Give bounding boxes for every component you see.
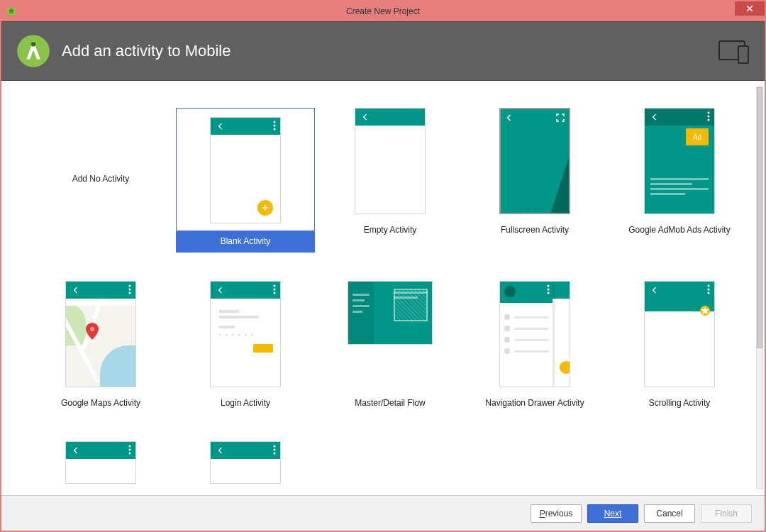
svg-point-6	[274, 125, 276, 127]
template-label: Add No Activity	[72, 174, 130, 184]
page-title: Add an activity to Mobile	[62, 42, 231, 60]
template-login-activity[interactable]: • • • • • • Login Activity	[176, 281, 315, 413]
back-arrow-icon	[216, 286, 225, 294]
template-master-detail-flow[interactable]: Master/Detail Flow	[321, 281, 460, 413]
svg-point-12	[129, 289, 131, 291]
form-factor-icon	[718, 39, 751, 65]
svg-point-26	[129, 453, 131, 455]
svg-point-16	[274, 289, 276, 291]
svg-point-24	[129, 445, 131, 448]
template-blank-activity[interactable]: Blank Activity	[176, 108, 315, 253]
template-thumbnail	[355, 108, 426, 214]
template-admob-activity[interactable]: Ad Google AdMob Ads Activity	[610, 108, 749, 253]
template-thumbnail	[210, 441, 281, 484]
fullscreen-icon	[556, 113, 565, 122]
svg-point-2	[31, 42, 36, 47]
template-scrolling-activity[interactable]: Scrolling Activity	[610, 281, 749, 413]
content-area: Add No Activity	[1, 81, 765, 495]
template-empty-activity[interactable]: Empty Activity	[321, 108, 460, 253]
close-icon	[746, 5, 753, 12]
template-thumbnail	[644, 281, 715, 387]
activity-grid-scroll: Add No Activity	[1, 81, 755, 495]
template-label: Login Activity	[176, 393, 315, 413]
template-fullscreen-activity[interactable]: Fullscreen Activity	[465, 108, 604, 253]
svg-point-17	[274, 292, 276, 294]
ad-badge: Ad	[686, 128, 709, 145]
back-arrow-icon	[72, 446, 80, 455]
svg-point-14	[90, 327, 94, 331]
overflow-menu-icon	[273, 121, 276, 131]
vertical-scrollbar[interactable]	[756, 87, 763, 489]
fab-icon	[257, 200, 273, 216]
template-thumbnail	[65, 441, 136, 484]
app-icon	[6, 6, 17, 17]
window-title: Create New Project	[346, 6, 420, 16]
wizard-window: Create New Project Add an activity to Mo…	[0, 0, 766, 532]
svg-point-15	[274, 285, 276, 287]
overflow-menu-icon	[128, 445, 131, 455]
template-partial-2[interactable]	[176, 441, 315, 484]
template-label: Scrolling Activity	[610, 393, 749, 413]
svg-point-5	[274, 121, 276, 123]
close-button[interactable]	[735, 1, 765, 16]
titlebar[interactable]: Create New Project	[1, 1, 765, 21]
template-add-no-activity[interactable]: Add No Activity	[31, 108, 170, 250]
svg-point-27	[274, 445, 276, 448]
template-thumbnail	[499, 108, 570, 214]
map-pin-icon	[86, 323, 99, 340]
cancel-button[interactable]: Cancel	[644, 504, 695, 523]
template-label: Navigation Drawer Activity	[465, 393, 604, 413]
template-google-maps-activity[interactable]: Google Maps Activity	[31, 281, 170, 413]
overflow-menu-icon	[547, 284, 550, 294]
svg-point-23	[708, 292, 710, 294]
wizard-footer: Previous Next Cancel Finish	[1, 495, 765, 531]
back-arrow-icon	[216, 446, 225, 455]
fab-icon	[560, 361, 570, 374]
svg-point-29	[274, 453, 276, 455]
previous-button[interactable]: Previous	[531, 504, 582, 523]
svg-point-9	[708, 116, 710, 118]
svg-point-22	[708, 289, 710, 291]
svg-point-21	[708, 285, 710, 287]
android-studio-icon	[15, 33, 52, 70]
back-arrow-icon	[650, 113, 659, 121]
activity-grid: Add No Activity	[31, 108, 748, 484]
scrollbar-thumb[interactable]	[757, 87, 762, 348]
overflow-menu-icon	[707, 111, 710, 121]
svg-point-7	[274, 128, 276, 131]
wizard-header: Add an activity to Mobile	[1, 21, 765, 81]
template-thumbnail	[210, 117, 281, 223]
template-thumbnail	[499, 281, 570, 387]
template-label: Blank Activity	[177, 231, 314, 252]
template-label: Google AdMob Ads Activity	[610, 220, 749, 240]
template-label: Fullscreen Activity	[465, 220, 604, 240]
template-partial-1[interactable]	[31, 441, 170, 484]
svg-point-1	[17, 35, 50, 67]
overflow-menu-icon	[707, 284, 710, 294]
svg-point-28	[274, 449, 276, 451]
svg-rect-4	[738, 46, 748, 63]
next-button[interactable]: Next	[587, 504, 638, 523]
back-arrow-icon	[216, 122, 225, 131]
svg-point-8	[708, 112, 710, 114]
overflow-menu-icon	[273, 445, 276, 455]
svg-point-11	[129, 285, 131, 287]
template-navigation-drawer-activity[interactable]: Navigation Drawer Activity	[465, 281, 604, 413]
svg-point-25	[129, 449, 131, 451]
template-label: Google Maps Activity	[31, 393, 170, 413]
template-label: Empty Activity	[321, 220, 460, 240]
finish-button: Finish	[701, 504, 752, 523]
star-fab-icon	[700, 306, 710, 316]
back-arrow-icon	[650, 286, 659, 294]
svg-point-19	[548, 289, 550, 291]
template-thumbnail: • • • • • •	[210, 281, 281, 387]
template-label: Master/Detail Flow	[321, 393, 460, 413]
svg-point-13	[129, 292, 131, 294]
overflow-menu-icon	[128, 284, 131, 294]
overflow-menu-icon	[273, 284, 276, 294]
template-thumbnail: Ad	[644, 108, 715, 214]
svg-point-18	[548, 285, 550, 287]
svg-point-10	[708, 119, 710, 121]
template-thumbnail	[348, 281, 433, 345]
back-arrow-icon	[72, 286, 80, 294]
